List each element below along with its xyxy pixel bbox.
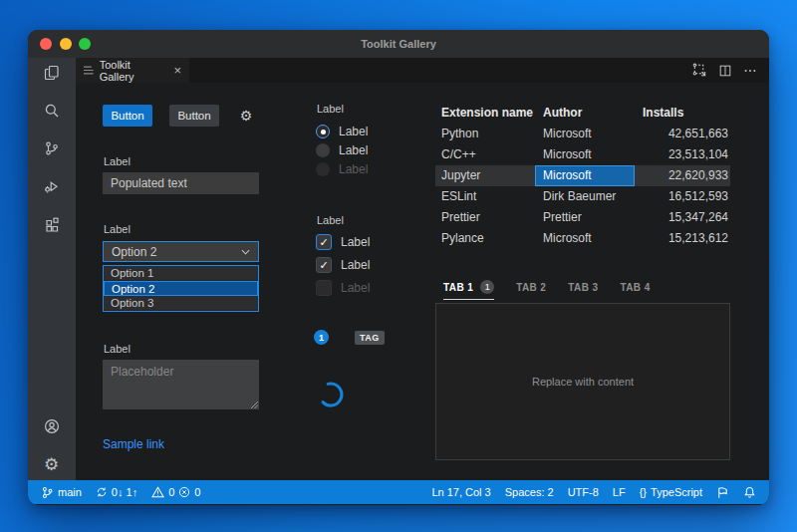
column-header[interactable]: Author: [535, 103, 635, 124]
toolkit-gallery-canvas: Button Button ⚙ Label Label Option 2 Opt…: [76, 83, 769, 480]
window-title: Toolkit Gallery: [28, 38, 769, 50]
chevron-down-icon: [241, 249, 250, 255]
table-row[interactable]: Pylance Microsoft 15,213,612: [435, 228, 730, 249]
split-editor-icon[interactable]: [718, 64, 732, 78]
radio-label: Label: [339, 125, 368, 138]
table-row[interactable]: Python Microsoft 42,651,663: [435, 124, 730, 144]
activity-bar: ⚙: [28, 58, 76, 480]
search-icon[interactable]: [44, 103, 60, 119]
webview-list-icon: [84, 66, 94, 75]
git-branch-icon: [41, 486, 54, 499]
panels-tab-list: TAB 1 1 TAB 2 TAB 3 TAB 4: [443, 276, 651, 298]
panel-tab-4[interactable]: TAB 4: [620, 282, 650, 293]
data-grid: Extension name Author Installs Python Mi…: [435, 103, 730, 249]
tag-chip: TAG: [355, 331, 385, 345]
settings-gear-icon[interactable]: ⚙: [44, 456, 60, 472]
notifications-bell-icon[interactable]: [743, 486, 756, 499]
run-debug-icon[interactable]: [44, 178, 60, 194]
radio-group-label: Label: [317, 103, 344, 115]
source-control-icon[interactable]: [44, 140, 60, 156]
feedback-icon[interactable]: [716, 486, 729, 499]
refactor-preview-icon[interactable]: [692, 63, 707, 78]
indentation[interactable]: Spaces: 2: [505, 486, 554, 498]
selected-cell[interactable]: Microsoft: [535, 165, 635, 186]
dropdown-select[interactable]: Option 2: [103, 241, 259, 262]
braces-icon: {}: [640, 486, 647, 498]
checkbox-label: Label: [341, 235, 370, 249]
panel-tab-3[interactable]: TAB 3: [568, 282, 598, 293]
checkbox-label: Label: [341, 258, 370, 272]
radio-label: Label: [339, 143, 368, 157]
resize-grip-icon[interactable]: [251, 401, 258, 408]
cursor-position[interactable]: Ln 17, Col 3: [431, 486, 490, 498]
text-field-input[interactable]: [103, 172, 259, 194]
radio-unchecked[interactable]: [316, 143, 330, 157]
checkbox-group-label: Label: [317, 214, 344, 226]
table-row-selected[interactable]: Jupyter Microsoft 22,620,933: [435, 165, 730, 186]
count-badge: 1: [314, 330, 329, 345]
eol-sequence[interactable]: LF: [613, 486, 626, 498]
checkbox-label-disabled: Label: [341, 281, 370, 295]
progress-ring: [316, 380, 346, 409]
explorer-icon[interactable]: [44, 65, 60, 81]
panel-tab-1[interactable]: TAB 1 1: [443, 276, 494, 298]
column-header[interactable]: Installs: [635, 103, 730, 124]
column-header[interactable]: Extension name: [435, 103, 535, 124]
checkbox-disabled: [316, 280, 332, 296]
more-actions-icon[interactable]: [743, 64, 757, 78]
table-row[interactable]: Prettier Prettier 15,347,264: [435, 207, 730, 228]
checkbox-checked[interactable]: ✓: [316, 257, 332, 273]
panel-tab-badge: 1: [480, 280, 494, 294]
tab-label: Toolkit Gallery: [100, 59, 166, 83]
text-field-label: Label: [104, 155, 131, 167]
tab-bar: Toolkit Gallery ×: [76, 58, 769, 83]
panel-placeholder-text: Replace with content: [532, 376, 634, 388]
sample-link[interactable]: Sample link: [103, 437, 164, 451]
language-mode[interactable]: {} TypeScript: [640, 486, 702, 498]
panel-tab-2[interactable]: TAB 2: [516, 282, 546, 293]
accounts-icon[interactable]: [44, 418, 60, 434]
encoding[interactable]: UTF-8: [568, 486, 599, 498]
checkbox-checked-focused[interactable]: ✓: [316, 234, 332, 250]
error-icon: [178, 486, 190, 498]
dropdown-option-2-selected[interactable]: Option 2: [104, 281, 258, 296]
sync-status[interactable]: 0↓ 1↑: [96, 486, 137, 498]
close-tab-icon[interactable]: ×: [173, 63, 181, 78]
warning-icon: [151, 486, 164, 498]
radio-label-disabled: Label: [339, 162, 368, 176]
data-grid-header: Extension name Author Installs: [435, 103, 730, 124]
primary-button[interactable]: Button: [103, 105, 152, 127]
tab-toolkit-gallery[interactable]: Toolkit Gallery ×: [76, 58, 189, 83]
status-bar: main 0↓ 1↑ 0 0 Ln 17, Col 3 Spaces: 2 UT…: [28, 480, 769, 504]
table-row[interactable]: C/C++ Microsoft 23,513,104: [435, 144, 730, 165]
text-area-label: Label: [104, 343, 131, 355]
gear-icon-button[interactable]: ⚙: [236, 106, 256, 126]
problems-status[interactable]: 0 0: [151, 486, 200, 498]
dropdown-option-3[interactable]: Option 3: [104, 296, 258, 311]
radio-disabled: [316, 162, 330, 176]
extensions-icon[interactable]: [44, 216, 60, 232]
sync-icon: [96, 486, 108, 498]
table-row[interactable]: ESLint Dirk Baeumer 16,512,593: [435, 186, 730, 207]
dropdown-value: Option 2: [112, 245, 156, 259]
dropdown-option-1[interactable]: Option 1: [104, 266, 258, 281]
dropdown-label: Label: [104, 223, 131, 235]
panel-view: Replace with content: [435, 303, 730, 460]
radio-checked[interactable]: [316, 125, 330, 138]
vscode-window: Toolkit Gallery ⚙: [28, 30, 769, 505]
secondary-button[interactable]: Button: [169, 105, 219, 127]
text-area-input[interactable]: [103, 360, 259, 409]
branch-status[interactable]: main: [41, 486, 82, 499]
titlebar: Toolkit Gallery: [28, 30, 769, 58]
dropdown-listbox: Option 1 Option 2 Option 3: [103, 265, 259, 312]
